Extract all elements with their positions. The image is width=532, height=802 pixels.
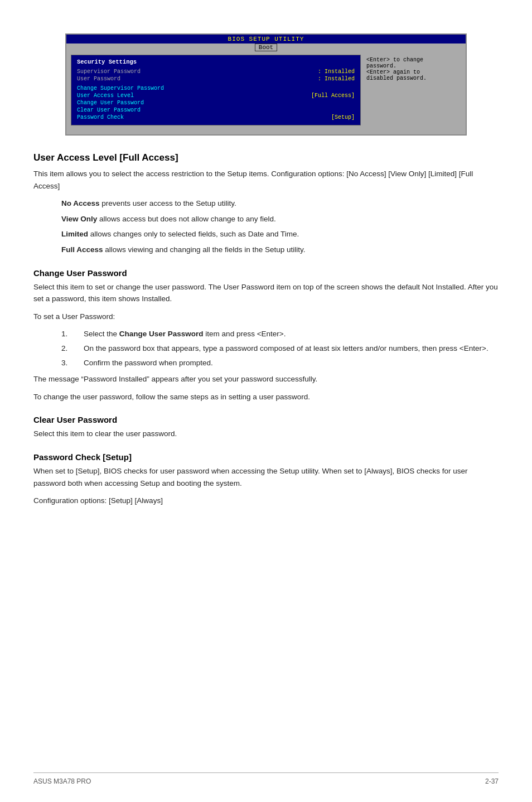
para-change-user-2: To set a User Password:	[33, 311, 499, 323]
doc-content: User Access Level [Full Access] This ite…	[33, 152, 499, 546]
section-clear-user-password: Clear User Password Select this item to …	[33, 415, 499, 440]
para-change-user-4: To change the user password, follow the …	[33, 391, 499, 403]
list-item-1: 1. Select the Change User Password item …	[61, 328, 499, 340]
bios-nav-boot: Boot	[255, 44, 277, 51]
bios-panel-title: Security Settings	[77, 59, 355, 65]
access-no-access: No Access prevents user access to the Se…	[61, 197, 499, 210]
access-full: Full Access allows viewing and changing …	[61, 244, 499, 256]
section-user-access: User Access Level [Full Access] This ite…	[33, 152, 499, 256]
heading-user-access: User Access Level [Full Access]	[33, 152, 499, 163]
footer-right: 2-37	[485, 777, 499, 785]
bios-row-password-check: Password Check [Setup]	[77, 114, 355, 120]
heading-password-check: Password Check [Setup]	[33, 452, 499, 462]
list-item-3: 3. Confirm the password when prompted.	[61, 357, 499, 369]
bios-nav: Boot	[66, 44, 466, 51]
bios-screenshot: BIOS SETUP UTILITY Boot Security Setting…	[65, 33, 467, 136]
para-password-check-1: When set to [Setup], BIOS checks for use…	[33, 465, 499, 489]
access-view-only: View Only allows access but does not all…	[61, 213, 499, 225]
bios-row-clear-user: Clear User Password	[77, 107, 355, 113]
bios-left-panel: Security Settings Supervisor Password : …	[71, 55, 361, 125]
para-clear-user: Select this item to clear the user passw…	[33, 428, 499, 440]
indent-access-options: No Access prevents user access to the Se…	[61, 197, 499, 255]
bios-row-user-pw: User Password : Installed	[77, 76, 355, 82]
heading-change-user-password: Change User Password	[33, 268, 499, 278]
bios-row-change-supervisor: Change Supervisor Password	[77, 85, 355, 91]
bios-row-change-user: Change User Password	[77, 100, 355, 106]
para-change-user-1: Select this item to set or change the us…	[33, 281, 499, 305]
access-limited: Limited allows changes only to selected …	[61, 228, 499, 240]
para-password-check-2: Configuration options: [Setup] [Always]	[33, 495, 499, 507]
heading-clear-user-password: Clear User Password	[33, 415, 499, 424]
para-user-access-1: This item allows you to select the acces…	[33, 168, 499, 192]
section-password-check: Password Check [Setup] When set to [Setu…	[33, 452, 499, 507]
footer-left: ASUS M3A78 PRO	[33, 777, 91, 785]
section-change-user-password: Change User Password Select this item to…	[33, 268, 499, 403]
numbered-list-password: 1. Select the Change User Password item …	[61, 328, 499, 369]
bios-row-supervisor: Supervisor Password : Installed	[77, 69, 355, 75]
page-footer: ASUS M3A78 PRO 2-37	[33, 772, 499, 785]
list-item-2: 2. On the password box that appears, typ…	[61, 342, 499, 355]
bios-title: BIOS SETUP UTILITY	[66, 35, 466, 44]
para-change-user-3: The message “Password Installed” appears…	[33, 373, 499, 385]
bios-row-user-access: User Access Level [Full Access]	[77, 93, 355, 99]
bios-help-text: <Enter> to changepassword.<Enter> again …	[366, 55, 461, 125]
bios-panel: Security Settings Supervisor Password : …	[71, 55, 361, 125]
